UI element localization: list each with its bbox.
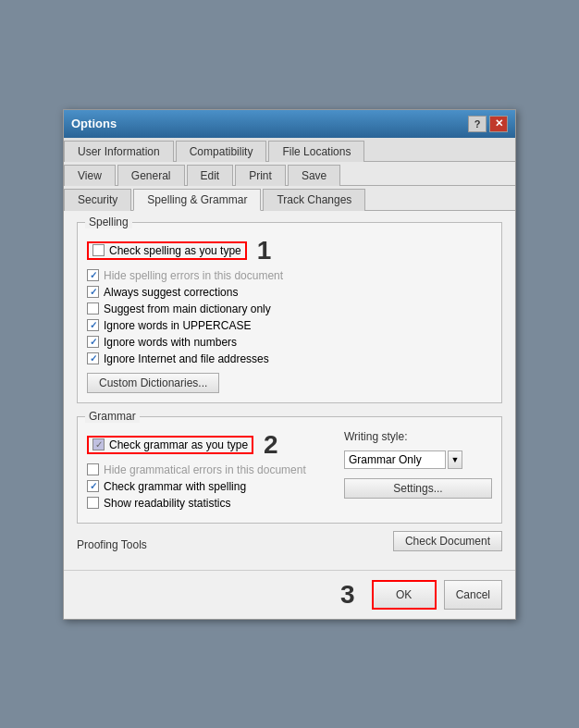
- spelling-group: Spelling Check spelling as you type 1 Hi…: [77, 222, 502, 403]
- tab-user-information[interactable]: User Information: [64, 141, 174, 162]
- grammar-group-label: Grammar: [85, 410, 140, 423]
- ignore-internet-label: Ignore Internet and file addresses: [104, 352, 269, 365]
- spelling-group-label: Spelling: [85, 216, 132, 228]
- tab-row-3: Security Spelling & Grammar Track Change…: [64, 186, 515, 211]
- suggest-main-dict-row: Suggest from main dictionary only: [87, 302, 492, 315]
- hide-grammatical-checkbox[interactable]: [87, 463, 99, 475]
- title-bar-buttons: ? ✕: [468, 116, 508, 132]
- tab-general[interactable]: General: [117, 165, 185, 186]
- always-suggest-checkbox[interactable]: [87, 286, 99, 298]
- writing-style-select[interactable]: Grammar Only: [344, 450, 446, 469]
- tab-row-2: View General Edit Print Save: [64, 162, 515, 186]
- proofing-section: Proofing Tools Check Document: [77, 531, 502, 551]
- ok-button[interactable]: OK: [372, 580, 437, 610]
- check-document-button[interactable]: Check Document: [393, 531, 502, 551]
- check-spelling-label: Check spelling as you type: [109, 244, 241, 257]
- label-num-3: 3: [340, 580, 355, 610]
- tab-security[interactable]: Security: [64, 189, 131, 211]
- help-button[interactable]: ?: [468, 116, 487, 132]
- settings-button[interactable]: Settings...: [344, 478, 492, 499]
- ignore-numbers-row: Ignore words with numbers: [87, 336, 492, 349]
- grammar-left: Check grammar as you type 2 Hide grammat…: [87, 430, 331, 513]
- tab-compatibility[interactable]: Compatibility: [176, 141, 267, 162]
- check-spelling-checkbox[interactable]: [92, 244, 105, 256]
- check-grammar-checkbox[interactable]: [92, 438, 105, 450]
- check-grammar-spelling-row: Check grammar with spelling: [87, 480, 331, 493]
- label-num-2: 2: [264, 430, 278, 460]
- check-grammar-highlighted: Check grammar as you type: [87, 436, 253, 454]
- grammar-group: Grammar Check grammar as you type 2: [77, 416, 502, 524]
- grammar-content: Check grammar as you type 2 Hide grammat…: [87, 430, 492, 513]
- tab-save[interactable]: Save: [288, 165, 340, 186]
- tab-view[interactable]: View: [64, 165, 116, 186]
- hide-grammatical-label: Hide grammatical errors in this document: [104, 463, 306, 476]
- ignore-internet-row: Ignore Internet and file addresses: [87, 352, 492, 365]
- hide-spelling-label: Hide spelling errors in this document: [104, 269, 283, 282]
- tab-spelling-grammar[interactable]: Spelling & Grammar: [133, 189, 261, 211]
- options-dialog: Options ? ✕ User Information Compatibili…: [63, 109, 516, 620]
- title-bar: Options ? ✕: [64, 110, 515, 138]
- show-readability-checkbox[interactable]: [87, 497, 99, 509]
- label-num-1: 1: [257, 236, 272, 265]
- ignore-numbers-label: Ignore words with numbers: [104, 336, 237, 349]
- check-grammar-spelling-checkbox[interactable]: [87, 480, 99, 492]
- tab-file-locations[interactable]: File Locations: [268, 141, 364, 162]
- dialog-title: Options: [71, 117, 117, 130]
- show-readability-row: Show readability statistics: [87, 497, 331, 510]
- tab-row-1: User Information Compatibility File Loca…: [64, 138, 515, 162]
- ignore-uppercase-row: Ignore words in UPPERCASE: [87, 319, 492, 332]
- writing-style-select-row: Grammar Only ▼: [344, 450, 492, 469]
- tab-track-changes[interactable]: Track Changes: [263, 189, 365, 211]
- bottom-bar: 3 OK Cancel: [64, 570, 515, 619]
- hide-spelling-checkbox[interactable]: [87, 269, 99, 281]
- suggest-main-dict-checkbox[interactable]: [87, 302, 99, 315]
- ignore-uppercase-checkbox[interactable]: [87, 319, 99, 331]
- show-readability-label: Show readability statistics: [104, 497, 230, 510]
- custom-dictionaries-button[interactable]: Custom Dictionaries...: [87, 373, 219, 393]
- always-suggest-row: Always suggest corrections: [87, 286, 492, 299]
- tab-print[interactable]: Print: [235, 165, 286, 186]
- tab-edit[interactable]: Edit: [187, 165, 234, 186]
- ignore-numbers-checkbox[interactable]: [87, 336, 99, 348]
- check-grammar-spelling-label: Check grammar with spelling: [104, 480, 246, 493]
- hide-spelling-row: Hide spelling errors in this document: [87, 269, 492, 282]
- ignore-internet-checkbox[interactable]: [87, 352, 99, 364]
- always-suggest-label: Always suggest corrections: [104, 286, 238, 299]
- ignore-uppercase-label: Ignore words in UPPERCASE: [104, 319, 251, 332]
- content-area: Spelling Check spelling as you type 1 Hi…: [64, 211, 515, 570]
- grammar-right: Writing style: Grammar Only ▼ Settings..…: [344, 430, 492, 513]
- proofing-tools-label: Proofing Tools: [77, 538, 147, 551]
- cancel-button[interactable]: Cancel: [444, 580, 502, 610]
- hide-grammatical-row: Hide grammatical errors in this document: [87, 463, 331, 476]
- check-spelling-highlighted: Check spelling as you type: [87, 241, 247, 260]
- check-grammar-label: Check grammar as you type: [109, 438, 248, 451]
- suggest-main-dict-label: Suggest from main dictionary only: [104, 302, 271, 315]
- close-button[interactable]: ✕: [489, 116, 508, 132]
- writing-style-dropdown-arrow[interactable]: ▼: [448, 450, 462, 469]
- writing-style-label: Writing style:: [344, 430, 492, 443]
